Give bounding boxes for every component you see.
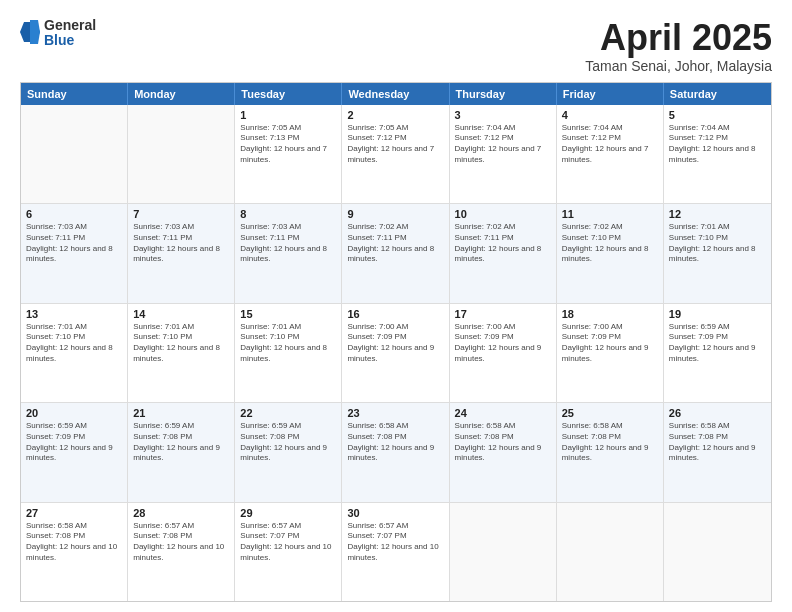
- day-cell-25: 25Sunrise: 6:58 AM Sunset: 7:08 PM Dayli…: [557, 403, 664, 501]
- title-month: April 2025: [585, 18, 772, 58]
- empty-cell: [450, 503, 557, 601]
- empty-cell: [128, 105, 235, 203]
- day-cell-1: 1Sunrise: 7:05 AM Sunset: 7:13 PM Daylig…: [235, 105, 342, 203]
- logo-text: General Blue: [44, 18, 96, 49]
- day-info: Sunrise: 7:04 AM Sunset: 7:12 PM Dayligh…: [669, 123, 766, 166]
- day-number: 13: [26, 308, 122, 320]
- calendar-row-2: 6Sunrise: 7:03 AM Sunset: 7:11 PM Daylig…: [21, 204, 771, 303]
- header-friday: Friday: [557, 83, 664, 105]
- day-info: Sunrise: 6:57 AM Sunset: 7:07 PM Dayligh…: [347, 521, 443, 564]
- day-cell-10: 10Sunrise: 7:02 AM Sunset: 7:11 PM Dayli…: [450, 204, 557, 302]
- day-info: Sunrise: 6:58 AM Sunset: 7:08 PM Dayligh…: [562, 421, 658, 464]
- day-cell-22: 22Sunrise: 6:59 AM Sunset: 7:08 PM Dayli…: [235, 403, 342, 501]
- header-saturday: Saturday: [664, 83, 771, 105]
- day-info: Sunrise: 6:58 AM Sunset: 7:08 PM Dayligh…: [669, 421, 766, 464]
- day-info: Sunrise: 7:01 AM Sunset: 7:10 PM Dayligh…: [26, 322, 122, 365]
- day-number: 2: [347, 109, 443, 121]
- day-info: Sunrise: 7:00 AM Sunset: 7:09 PM Dayligh…: [347, 322, 443, 365]
- day-number: 7: [133, 208, 229, 220]
- day-info: Sunrise: 6:59 AM Sunset: 7:08 PM Dayligh…: [240, 421, 336, 464]
- day-info: Sunrise: 6:57 AM Sunset: 7:08 PM Dayligh…: [133, 521, 229, 564]
- day-number: 14: [133, 308, 229, 320]
- day-info: Sunrise: 7:01 AM Sunset: 7:10 PM Dayligh…: [240, 322, 336, 365]
- day-cell-30: 30Sunrise: 6:57 AM Sunset: 7:07 PM Dayli…: [342, 503, 449, 601]
- day-number: 26: [669, 407, 766, 419]
- calendar-row-1: 1Sunrise: 7:05 AM Sunset: 7:13 PM Daylig…: [21, 105, 771, 204]
- day-cell-18: 18Sunrise: 7:00 AM Sunset: 7:09 PM Dayli…: [557, 304, 664, 402]
- day-cell-23: 23Sunrise: 6:58 AM Sunset: 7:08 PM Dayli…: [342, 403, 449, 501]
- empty-cell: [664, 503, 771, 601]
- header-thursday: Thursday: [450, 83, 557, 105]
- day-number: 24: [455, 407, 551, 419]
- day-info: Sunrise: 7:03 AM Sunset: 7:11 PM Dayligh…: [26, 222, 122, 265]
- day-cell-26: 26Sunrise: 6:58 AM Sunset: 7:08 PM Dayli…: [664, 403, 771, 501]
- day-number: 3: [455, 109, 551, 121]
- page: General Blue April 2025 Taman Senai, Joh…: [0, 0, 792, 612]
- day-info: Sunrise: 7:00 AM Sunset: 7:09 PM Dayligh…: [455, 322, 551, 365]
- day-cell-4: 4Sunrise: 7:04 AM Sunset: 7:12 PM Daylig…: [557, 105, 664, 203]
- day-info: Sunrise: 7:01 AM Sunset: 7:10 PM Dayligh…: [133, 322, 229, 365]
- calendar-row-4: 20Sunrise: 6:59 AM Sunset: 7:09 PM Dayli…: [21, 403, 771, 502]
- day-number: 28: [133, 507, 229, 519]
- header-sunday: Sunday: [21, 83, 128, 105]
- day-info: Sunrise: 7:04 AM Sunset: 7:12 PM Dayligh…: [562, 123, 658, 166]
- header-wednesday: Wednesday: [342, 83, 449, 105]
- day-cell-28: 28Sunrise: 6:57 AM Sunset: 7:08 PM Dayli…: [128, 503, 235, 601]
- day-info: Sunrise: 7:02 AM Sunset: 7:10 PM Dayligh…: [562, 222, 658, 265]
- day-info: Sunrise: 6:59 AM Sunset: 7:09 PM Dayligh…: [26, 421, 122, 464]
- day-number: 12: [669, 208, 766, 220]
- day-cell-9: 9Sunrise: 7:02 AM Sunset: 7:11 PM Daylig…: [342, 204, 449, 302]
- day-info: Sunrise: 7:03 AM Sunset: 7:11 PM Dayligh…: [240, 222, 336, 265]
- day-number: 27: [26, 507, 122, 519]
- day-info: Sunrise: 7:05 AM Sunset: 7:12 PM Dayligh…: [347, 123, 443, 166]
- day-info: Sunrise: 7:02 AM Sunset: 7:11 PM Dayligh…: [455, 222, 551, 265]
- calendar-row-3: 13Sunrise: 7:01 AM Sunset: 7:10 PM Dayli…: [21, 304, 771, 403]
- title-location: Taman Senai, Johor, Malaysia: [585, 58, 772, 74]
- day-info: Sunrise: 7:01 AM Sunset: 7:10 PM Dayligh…: [669, 222, 766, 265]
- day-cell-14: 14Sunrise: 7:01 AM Sunset: 7:10 PM Dayli…: [128, 304, 235, 402]
- logo-blue: Blue: [44, 33, 96, 48]
- day-number: 30: [347, 507, 443, 519]
- day-cell-17: 17Sunrise: 7:00 AM Sunset: 7:09 PM Dayli…: [450, 304, 557, 402]
- day-number: 22: [240, 407, 336, 419]
- calendar-body: 1Sunrise: 7:05 AM Sunset: 7:13 PM Daylig…: [21, 105, 771, 601]
- day-number: 18: [562, 308, 658, 320]
- title-block: April 2025 Taman Senai, Johor, Malaysia: [585, 18, 772, 74]
- day-cell-2: 2Sunrise: 7:05 AM Sunset: 7:12 PM Daylig…: [342, 105, 449, 203]
- day-number: 21: [133, 407, 229, 419]
- day-info: Sunrise: 6:59 AM Sunset: 7:08 PM Dayligh…: [133, 421, 229, 464]
- logo: General Blue: [20, 18, 96, 49]
- day-cell-24: 24Sunrise: 6:58 AM Sunset: 7:08 PM Dayli…: [450, 403, 557, 501]
- day-cell-20: 20Sunrise: 6:59 AM Sunset: 7:09 PM Dayli…: [21, 403, 128, 501]
- header-tuesday: Tuesday: [235, 83, 342, 105]
- day-number: 11: [562, 208, 658, 220]
- day-number: 23: [347, 407, 443, 419]
- day-number: 8: [240, 208, 336, 220]
- day-cell-29: 29Sunrise: 6:57 AM Sunset: 7:07 PM Dayli…: [235, 503, 342, 601]
- day-number: 15: [240, 308, 336, 320]
- day-cell-27: 27Sunrise: 6:58 AM Sunset: 7:08 PM Dayli…: [21, 503, 128, 601]
- day-info: Sunrise: 7:05 AM Sunset: 7:13 PM Dayligh…: [240, 123, 336, 166]
- day-cell-3: 3Sunrise: 7:04 AM Sunset: 7:12 PM Daylig…: [450, 105, 557, 203]
- day-cell-15: 15Sunrise: 7:01 AM Sunset: 7:10 PM Dayli…: [235, 304, 342, 402]
- day-cell-13: 13Sunrise: 7:01 AM Sunset: 7:10 PM Dayli…: [21, 304, 128, 402]
- day-info: Sunrise: 7:02 AM Sunset: 7:11 PM Dayligh…: [347, 222, 443, 265]
- day-number: 29: [240, 507, 336, 519]
- day-number: 10: [455, 208, 551, 220]
- day-number: 19: [669, 308, 766, 320]
- day-cell-7: 7Sunrise: 7:03 AM Sunset: 7:11 PM Daylig…: [128, 204, 235, 302]
- calendar: Sunday Monday Tuesday Wednesday Thursday…: [20, 82, 772, 602]
- day-info: Sunrise: 6:58 AM Sunset: 7:08 PM Dayligh…: [455, 421, 551, 464]
- header: General Blue April 2025 Taman Senai, Joh…: [20, 18, 772, 74]
- empty-cell: [21, 105, 128, 203]
- day-number: 6: [26, 208, 122, 220]
- day-info: Sunrise: 6:58 AM Sunset: 7:08 PM Dayligh…: [26, 521, 122, 564]
- day-info: Sunrise: 6:59 AM Sunset: 7:09 PM Dayligh…: [669, 322, 766, 365]
- day-cell-16: 16Sunrise: 7:00 AM Sunset: 7:09 PM Dayli…: [342, 304, 449, 402]
- day-info: Sunrise: 7:03 AM Sunset: 7:11 PM Dayligh…: [133, 222, 229, 265]
- logo-icon: [20, 18, 40, 46]
- day-info: Sunrise: 7:04 AM Sunset: 7:12 PM Dayligh…: [455, 123, 551, 166]
- day-cell-12: 12Sunrise: 7:01 AM Sunset: 7:10 PM Dayli…: [664, 204, 771, 302]
- day-number: 4: [562, 109, 658, 121]
- logo-general: General: [44, 18, 96, 33]
